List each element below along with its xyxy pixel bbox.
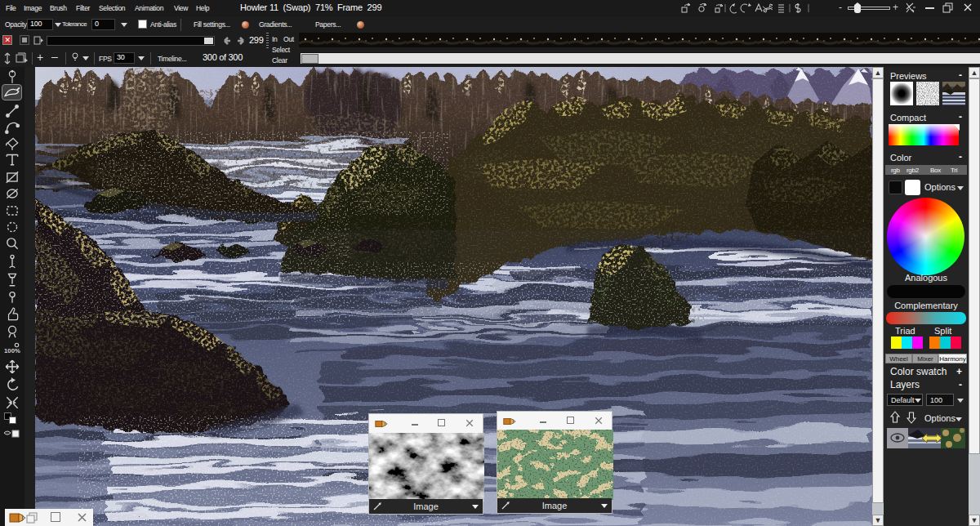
svg-text:100%: 100% [4,347,20,354]
